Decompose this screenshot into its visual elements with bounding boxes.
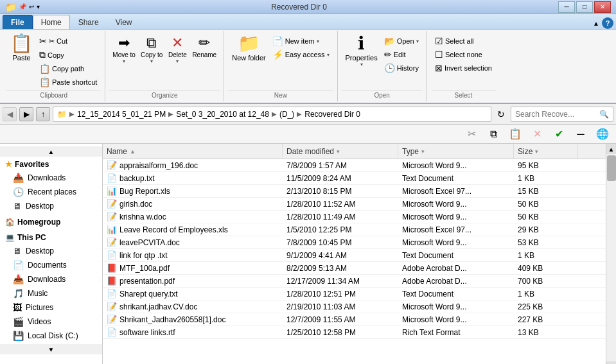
select-none-button[interactable]: ☐ Select none <box>432 48 495 61</box>
select-all-button[interactable]: ☑ Select all <box>432 35 495 48</box>
sidebar-item-pc-downloads[interactable]: 📥 Downloads <box>0 272 102 286</box>
toolbar-minus-button[interactable]: ─ <box>572 126 589 143</box>
sidebar-item-pc-desktop[interactable]: 🖥 Desktop <box>0 244 102 258</box>
toolbar-check-button[interactable]: ✔ <box>550 126 567 143</box>
scroll-down-arrow[interactable]: ▼ <box>606 361 616 364</box>
ribbon-tab-arrow: ▲ ? <box>593 17 616 29</box>
up-button[interactable]: ↑ <box>36 107 50 121</box>
table-row[interactable]: 📄 Sharept query.txt 1/28/2010 12:51 PM T… <box>103 288 606 300</box>
tab-home[interactable]: Home <box>33 15 70 29</box>
tab-file[interactable]: File <box>3 15 33 29</box>
table-row[interactable]: 📝 Shrikant_Jadhav260558[1].doc 12/7/2009… <box>103 313 606 326</box>
cut-button[interactable]: ✂ ✂ Cut <box>37 35 100 48</box>
open-dropdown[interactable]: ▾ <box>416 39 419 44</box>
col-header-type[interactable]: Type ▾ <box>398 144 514 159</box>
copy-button[interactable]: ⧉ Copy <box>37 48 100 62</box>
table-row[interactable]: 📕 MTF_100a.pdf 8/2/2009 5:13 AM Adobe Ac… <box>103 262 606 275</box>
refresh-button[interactable]: ↻ <box>494 107 508 121</box>
back-button[interactable]: ◀ <box>3 107 17 121</box>
col-header-name[interactable]: Name ▲ <box>103 144 283 159</box>
sidebar-item-downloads[interactable]: 📥 Downloads <box>0 171 102 185</box>
copy-to-button[interactable]: ⧉ Copy to ▾ <box>139 33 164 65</box>
easy-access-button[interactable]: ⚡ Easy access ▾ <box>270 48 332 61</box>
path-separator-3: ▶ <box>272 110 277 117</box>
file-date: 8/2/2009 5:13 AM <box>286 264 347 273</box>
path-part-3[interactable]: (D_) <box>279 110 294 119</box>
sidebar-item-documents[interactable]: 📄 Documents <box>0 258 102 272</box>
toolbar-globe-button[interactable]: 🌐 <box>594 126 611 143</box>
table-row[interactable]: 📝 girish.doc 1/28/2010 11:52 AM Microsof… <box>103 198 606 211</box>
delete-dropdown[interactable]: ▾ <box>176 58 179 64</box>
maximize-button[interactable]: □ <box>576 1 593 13</box>
toolbar-cut-button[interactable]: ✂ <box>463 126 480 143</box>
quick-access-dropdown[interactable]: ▾ <box>37 3 40 10</box>
nav-scroll-down[interactable]: ▼ <box>0 344 102 354</box>
file-name-cell: 📝 krishna w.doc <box>103 211 283 223</box>
file-name-cell: 📄 software links.rtf <box>103 326 283 338</box>
path-part-2[interactable]: Set_0 3_20_2010 at 12_48 <box>176 110 269 119</box>
table-row[interactable]: 📝 krishna w.doc 1/28/2010 11:49 AM Micro… <box>103 211 606 223</box>
file-icon: 📝 <box>107 238 117 247</box>
new-item-dropdown[interactable]: ▾ <box>317 39 319 44</box>
move-to-button[interactable]: ➡ Move to ▾ <box>110 33 137 65</box>
favorites-header[interactable]: ★ Favorites <box>0 158 102 171</box>
nav-scroll-up[interactable]: ▲ <box>0 146 102 157</box>
col-type-label: Type <box>402 147 419 156</box>
properties-dropdown[interactable]: ▾ <box>360 62 363 67</box>
delete-button[interactable]: ✕ Delete ▾ <box>166 33 189 65</box>
col-header-size[interactable]: Size ▾ <box>514 144 578 159</box>
address-path[interactable]: 📁 ▶ 12_15_2014 5_01_21 PM ▶ Set_0 3_20_2… <box>53 107 491 122</box>
new-folder-button[interactable]: 📁 New folder <box>229 33 268 63</box>
title-bar-left: 📁 📌 ↩ ▾ <box>5 2 40 12</box>
downloads-label: Downloads <box>28 173 66 182</box>
scroll-up-arrow[interactable]: ▲ <box>606 144 616 154</box>
toolbar-copy-button[interactable]: ⧉ <box>485 126 502 143</box>
rename-button[interactable]: ✏ Rename <box>190 33 218 60</box>
open-button[interactable]: 📂 Open ▾ <box>382 35 421 48</box>
sidebar-item-videos[interactable]: 🎬 Videos <box>0 315 102 329</box>
path-part-1[interactable]: 12_15_2014 5_01_21 PM <box>77 110 166 119</box>
table-row[interactable]: 📝 appraisalform_196.doc 7/8/2009 1:57 AM… <box>103 159 606 172</box>
forward-button[interactable]: ▶ <box>19 107 33 121</box>
col-header-date[interactable]: Date modified ▾ <box>283 144 398 159</box>
collapse-ribbon-icon[interactable]: ▲ <box>593 20 599 27</box>
move-to-dropdown[interactable]: ▾ <box>123 58 125 64</box>
path-part-4[interactable]: Recovered Dir 0 <box>304 110 360 119</box>
invert-selection-button[interactable]: ⊠ Invert selection <box>432 62 495 74</box>
minimize-button[interactable]: ─ <box>558 1 575 13</box>
copy-to-dropdown[interactable]: ▾ <box>150 58 153 64</box>
edit-button[interactable]: ✏ Edit <box>382 48 421 61</box>
sidebar-item-recent-places[interactable]: 🕒 Recent places <box>0 185 102 199</box>
table-row[interactable]: 📊 Bug Report.xls 2/13/2010 8:15 PM Micro… <box>103 185 606 198</box>
help-button[interactable]: ? <box>602 17 613 29</box>
copy-path-button[interactable]: 📋 Copy path <box>37 62 100 75</box>
toolbar-delete-button[interactable]: ✕ <box>529 126 545 143</box>
this-pc-header[interactable]: 💻 This PC <box>0 231 102 244</box>
sidebar-item-pictures[interactable]: 🖼 Pictures <box>0 300 102 315</box>
easy-access-dropdown[interactable]: ▾ <box>327 52 330 58</box>
table-row[interactable]: 📝 shrikant.jadhav.CV.doc 2/19/2010 11:03… <box>103 300 606 313</box>
table-row[interactable]: 📊 Leave Record of Employees.xls 1/5/2010… <box>103 223 606 236</box>
properties-button[interactable]: ℹ Properties ▾ <box>343 33 380 69</box>
new-item-button[interactable]: 📄 New item ▾ <box>270 35 332 48</box>
table-row[interactable]: 📄 backup.txt 11/5/2009 8:24 AM Text Docu… <box>103 172 606 185</box>
sidebar-item-local-disk[interactable]: 💾 Local Disk (C:) <box>0 329 102 343</box>
toolbar-paste-button[interactable]: 📋 <box>507 126 524 143</box>
search-input[interactable] <box>515 110 599 119</box>
paste-button[interactable]: 📋 Paste <box>8 33 35 63</box>
close-button[interactable]: ✕ <box>594 1 611 13</box>
scroll-thumb[interactable] <box>607 155 616 181</box>
file-size: 409 KB <box>518 264 543 273</box>
table-row[interactable]: 📕 presentation.pdf 12/17/2009 11:34 AM A… <box>103 275 606 288</box>
homegroup-header[interactable]: 🏠 Homegroup <box>0 216 102 229</box>
sidebar-item-desktop[interactable]: 🖥 Desktop <box>0 199 102 213</box>
sidebar-item-music[interactable]: 🎵 Music <box>0 286 102 300</box>
table-row[interactable]: 📄 software links.rtf 1/25/2010 12:58 PM … <box>103 326 606 339</box>
tab-share[interactable]: Share <box>70 15 107 29</box>
paste-shortcut-button[interactable]: 📋 Paste shortcut <box>37 76 100 89</box>
tab-view[interactable]: View <box>107 15 141 29</box>
table-row[interactable]: 📝 leavePCVITA.doc 7/8/2009 10:45 PM Micr… <box>103 236 606 249</box>
table-row[interactable]: 📄 link for qtp .txt 9/1/2009 4:41 AM Tex… <box>103 249 606 262</box>
nav-panel: ▲ ★ Favorites 📥 Downloads 🕒 Recent place… <box>0 144 103 364</box>
history-button[interactable]: 🕒 History <box>382 62 421 74</box>
